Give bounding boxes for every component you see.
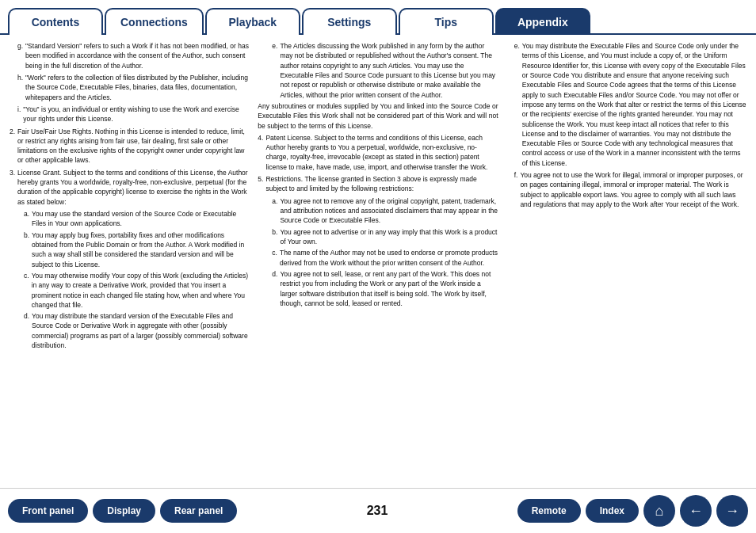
main-content: g. "Standard Version" refers to such a W…	[0, 35, 756, 488]
tab-playback[interactable]: Playback	[205, 8, 300, 35]
item-3d: d. You may distribute the standard versi…	[24, 311, 250, 350]
bottom-bar: Front panel Display Rear panel 231 Remot…	[0, 488, 756, 533]
index-button[interactable]: Index	[586, 499, 639, 523]
tab-bar: Contents Connections Playback Settings T…	[0, 0, 756, 35]
item-5: 5. Restrictions. The license granted in …	[258, 174, 498, 194]
item-i: i. "You" is you, an individual or entity…	[17, 105, 250, 124]
arrow-left-icon: ←	[689, 503, 703, 520]
item-5d: d. You agree not to sell, lease, or rent…	[272, 269, 498, 308]
back-button[interactable]: ←	[680, 495, 712, 527]
columns-wrapper: g. "Standard Version" refers to such a W…	[0, 35, 756, 488]
bottom-nav-right: Remote Index ⌂ ← →	[517, 495, 748, 527]
item-2: 2. Fair Use/Fair Use Rights. Nothing in …	[10, 127, 250, 166]
rear-panel-button[interactable]: Rear panel	[160, 499, 237, 523]
bottom-nav-left: Front panel Display Rear panel	[8, 499, 237, 523]
item-4: 4. Patent License. Subject to the terms …	[258, 133, 498, 172]
tab-connections[interactable]: Connections	[105, 8, 204, 35]
item-any-subroutines: Any subroutines or modules supplied by Y…	[258, 101, 498, 131]
forward-button[interactable]: →	[716, 495, 748, 527]
arrow-right-icon: →	[725, 503, 739, 520]
remote-button[interactable]: Remote	[517, 499, 581, 523]
item-3c: c. You may otherwise modify Your copy of…	[24, 271, 250, 310]
tab-tips[interactable]: Tips	[399, 8, 494, 35]
item-h: h. "Work" refers to the collection of fi…	[17, 73, 250, 102]
column-2: e. The Articles discussing the Work publ…	[258, 41, 498, 482]
column-1: g. "Standard Version" refers to such a W…	[10, 41, 250, 482]
item-5c: c. The name of the Author may not be use…	[272, 248, 498, 268]
item-e-col2: e. The Articles discussing the Work publ…	[272, 41, 498, 100]
tab-contents[interactable]: Contents	[8, 8, 103, 35]
item-5a: a. You agree not to remove any of the or…	[272, 196, 498, 226]
home-icon: ⌂	[655, 503, 664, 520]
item-3b: b. You may apply bug fixes, portability …	[24, 230, 250, 269]
page-number: 231	[361, 504, 393, 518]
tab-appendix[interactable]: Appendix	[495, 8, 590, 35]
tab-settings[interactable]: Settings	[302, 8, 397, 35]
item-3: 3. License Grant. Subject to the terms a…	[10, 168, 250, 207]
item-3a: a. You may use the standard version of t…	[24, 209, 250, 229]
item-g: g. "Standard Version" refers to such a W…	[17, 41, 250, 70]
item-e-col3: e. You may distribute the Executable Fil…	[514, 41, 746, 168]
display-button[interactable]: Display	[93, 499, 155, 523]
item-f-col3: f. You agree not to use the Work for ill…	[514, 170, 746, 209]
column-3: e. You may distribute the Executable Fil…	[506, 41, 746, 482]
front-panel-button[interactable]: Front panel	[8, 499, 88, 523]
item-5b: b. You agree not to advertise or in any …	[272, 227, 498, 247]
home-button[interactable]: ⌂	[643, 495, 675, 527]
